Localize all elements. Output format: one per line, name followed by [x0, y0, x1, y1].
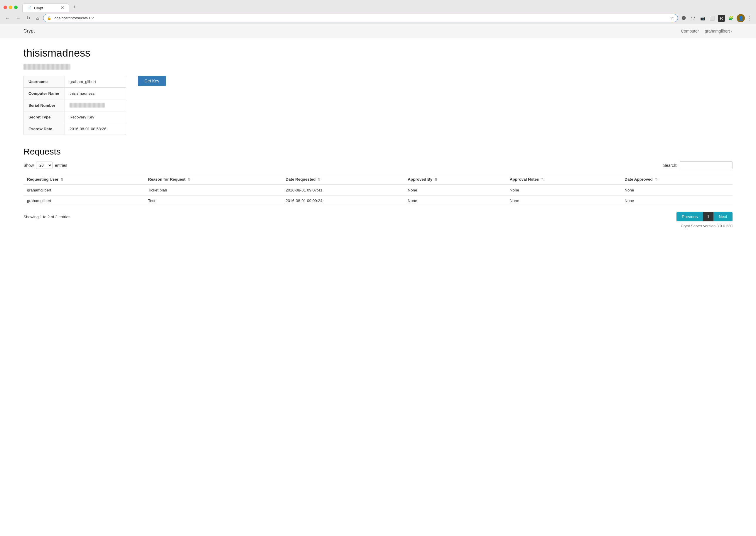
- tab-title: Crypt: [34, 6, 43, 10]
- current-page-button[interactable]: 1: [703, 212, 713, 221]
- search-box: Search:: [663, 161, 733, 169]
- entries-select[interactable]: 10 20 50 100: [36, 162, 53, 169]
- previous-button[interactable]: Previous: [676, 212, 703, 221]
- lock-icon: 🔒: [47, 16, 52, 20]
- table-row-escrow-date: Escrow Date 2016-08-01 08:58:26: [24, 123, 126, 135]
- bookmark-icon[interactable]: ☆: [670, 15, 674, 21]
- table-controls: Show 10 20 50 100 entries Search:: [23, 161, 733, 169]
- value-escrow-date: 2016-08-01 08:58:26: [65, 123, 126, 135]
- cell-reason-2: Test: [144, 196, 282, 206]
- cell-reason-1: Ticket blah: [144, 185, 282, 196]
- camera-icon[interactable]: 📷: [699, 15, 706, 22]
- label-computer-name: Computer Name: [24, 88, 65, 99]
- username-label: grahamgilbert: [704, 29, 730, 33]
- dark-extension-icon[interactable]: R: [718, 15, 725, 22]
- table-row-secret-type: Secret Type Recovery Key: [24, 112, 126, 123]
- user-menu[interactable]: grahamgilbert ▾: [704, 29, 733, 33]
- requests-title: Requests: [23, 147, 733, 156]
- col-requesting-user[interactable]: Requesting User ⇅: [23, 174, 144, 185]
- table-row-computer-name: Computer Name thisismadness: [24, 88, 126, 99]
- back-button[interactable]: ←: [4, 15, 12, 21]
- computer-nav-link[interactable]: Computer: [681, 29, 699, 33]
- sort-icon-date-requested: ⇅: [318, 178, 320, 182]
- col-date-approved[interactable]: Date Approved ⇅: [621, 174, 733, 185]
- new-tab-button[interactable]: +: [69, 2, 80, 12]
- requests-table: Requesting User ⇅ Reason for Request ⇅ D…: [23, 174, 733, 206]
- tab-close-button[interactable]: ✕: [60, 6, 64, 10]
- table-footer: Showing 1 to 2 of 2 entries Previous 1 N…: [23, 212, 733, 221]
- entries-label: entries: [55, 163, 67, 168]
- show-label: Show: [23, 163, 34, 168]
- cell-approval-notes-2: None: [506, 196, 621, 206]
- forward-button[interactable]: →: [14, 15, 22, 21]
- value-computer-name: thisismadness: [65, 88, 126, 99]
- browser-titlebar: 📄 Crypt ✕ +: [0, 0, 756, 12]
- refresh-button[interactable]: ↻: [25, 15, 32, 21]
- puzzle-icon[interactable]: 🧩: [727, 15, 734, 22]
- close-button[interactable]: [4, 6, 7, 9]
- extension-icon[interactable]: ⬜: [708, 15, 715, 22]
- search-input[interactable]: [680, 161, 733, 169]
- cell-requesting-user-1: grahamgilbert: [23, 185, 144, 196]
- col-approved-by[interactable]: Approved By ⇅: [404, 174, 506, 185]
- pagination: Previous 1 Next: [676, 212, 733, 221]
- sort-icon-date-approved: ⇅: [655, 178, 658, 182]
- app-nav: Computer grahamgilbert ▾: [681, 29, 733, 33]
- value-secret-type: Recovery Key: [65, 112, 126, 123]
- browser-chrome: 📄 Crypt ✕ + ← → ↻ ⌂ 🔒 ☆ 🅟 🛡 📷 ⬜ R 🧩 👤 ⋮: [0, 0, 756, 24]
- table-header-row: Requesting User ⇅ Reason for Request ⇅ D…: [23, 174, 733, 185]
- sort-icon-approval-notes: ⇅: [541, 178, 544, 182]
- showing-text: Showing 1 to 2 of 2 entries: [23, 215, 70, 219]
- tab-page-icon: 📄: [27, 6, 32, 10]
- address-bar[interactable]: 🔒 ☆: [43, 14, 678, 22]
- page-wrapper: Crypt Computer grahamgilbert ▾ thisismad…: [0, 24, 756, 536]
- app-title: Crypt: [23, 28, 35, 34]
- app-header: Crypt Computer grahamgilbert ▾: [0, 24, 756, 38]
- url-input[interactable]: [54, 16, 668, 20]
- maximize-button[interactable]: [14, 6, 18, 9]
- table-row: grahamgilbert Ticket blah 2016-08-01 09:…: [23, 185, 733, 196]
- col-reason[interactable]: Reason for Request ⇅: [144, 174, 282, 185]
- browser-tab[interactable]: 📄 Crypt ✕: [22, 4, 69, 12]
- next-button[interactable]: Next: [713, 212, 733, 221]
- redacted-key-bar: [23, 64, 70, 70]
- secret-info-section: Username graham_gilbert Computer Name th…: [23, 76, 733, 135]
- label-secret-type: Secret Type: [24, 112, 65, 123]
- cell-requesting-user-2: grahamgilbert: [23, 196, 144, 206]
- minimize-button[interactable]: [9, 6, 12, 9]
- cell-date-approved-1: None: [621, 185, 733, 196]
- sort-icon-reason: ⇅: [188, 178, 191, 182]
- browser-menu-icon[interactable]: ⋮: [747, 15, 752, 21]
- main-content: thisismadness Username graham_gilbert Co…: [0, 38, 756, 237]
- table-row-username: Username graham_gilbert: [24, 76, 126, 88]
- toolbar-icons: 🅟 🛡 📷 ⬜ R 🧩 👤 ⋮: [680, 14, 752, 22]
- table-row: grahamgilbert Test 2016-08-01 09:09:24 N…: [23, 196, 733, 206]
- sort-icon-approved-by: ⇅: [435, 178, 437, 182]
- label-username: Username: [24, 76, 65, 88]
- pocket-icon[interactable]: 🅟: [680, 15, 687, 22]
- cell-approved-by-2: None: [404, 196, 506, 206]
- profile-avatar[interactable]: 👤: [737, 14, 745, 22]
- cell-approval-notes-1: None: [506, 185, 621, 196]
- cell-date-requested-1: 2016-08-01 09:07:41: [282, 185, 404, 196]
- browser-toolbar: ← → ↻ ⌂ 🔒 ☆ 🅟 🛡 📷 ⬜ R 🧩 👤 ⋮: [0, 12, 756, 24]
- shield-icon[interactable]: 🛡: [690, 15, 697, 22]
- get-key-button[interactable]: Get Key: [138, 76, 166, 86]
- table-row-serial-number: Serial Number: [24, 99, 126, 112]
- cell-date-requested-2: 2016-08-01 09:09:24: [282, 196, 404, 206]
- version-text: Crypt Server version 3.0.0.230: [23, 224, 733, 228]
- sort-icon-requesting-user: ⇅: [61, 178, 63, 182]
- tab-bar: 📄 Crypt ✕ +: [22, 2, 80, 12]
- traffic-lights: [4, 6, 18, 9]
- label-escrow-date: Escrow Date: [24, 123, 65, 135]
- home-button[interactable]: ⌂: [34, 15, 41, 21]
- search-label: Search:: [663, 163, 677, 168]
- secret-title: thisismadness: [23, 47, 733, 59]
- col-date-requested[interactable]: Date Requested ⇅: [282, 174, 404, 185]
- value-username: graham_gilbert: [65, 76, 126, 88]
- secret-info-table: Username graham_gilbert Computer Name th…: [23, 76, 126, 135]
- serial-redacted: [70, 103, 105, 108]
- col-approval-notes[interactable]: Approval Notes ⇅: [506, 174, 621, 185]
- value-serial-number: [65, 99, 126, 112]
- show-entries: Show 10 20 50 100 entries: [23, 162, 67, 169]
